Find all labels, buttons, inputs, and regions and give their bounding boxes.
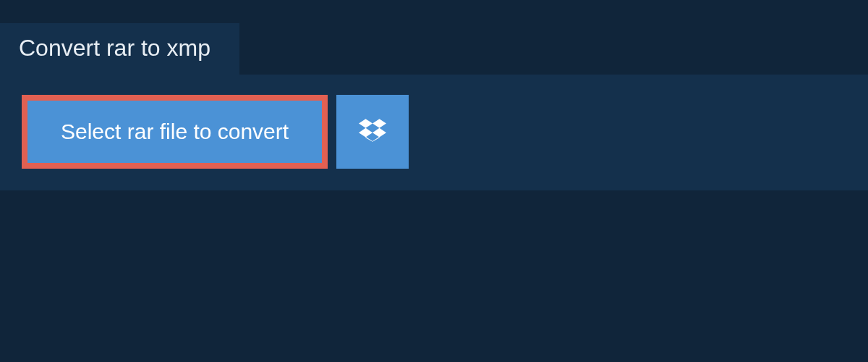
page-title: Convert rar to xmp [19,35,210,61]
select-file-label: Select rar file to convert [61,121,289,143]
dropbox-button[interactable] [336,95,409,169]
converter-panel: Select rar file to convert [0,75,868,190]
select-file-button[interactable]: Select rar file to convert [22,95,328,169]
dropbox-icon [359,117,386,147]
page-title-tab: Convert rar to xmp [0,23,239,75]
file-select-row: Select rar file to convert [22,95,846,169]
